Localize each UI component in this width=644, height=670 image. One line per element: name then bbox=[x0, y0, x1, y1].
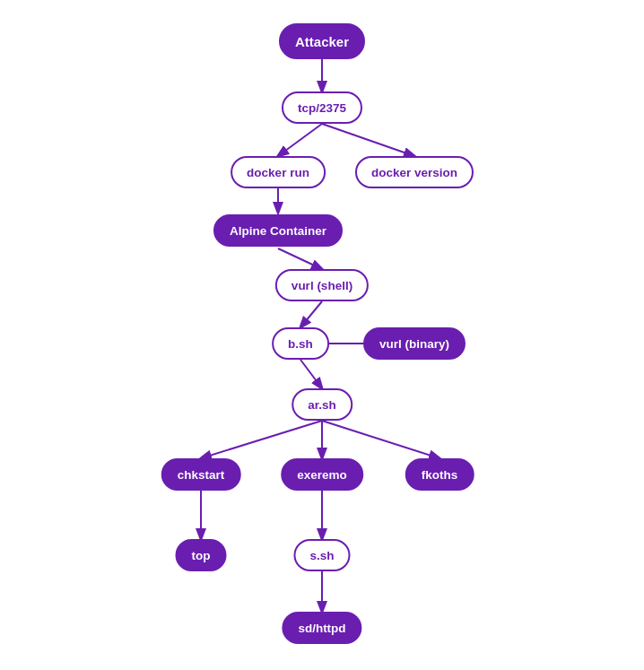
svg-line-1 bbox=[278, 124, 322, 156]
node-exeremo: exeremo bbox=[281, 458, 363, 491]
node-attacker: Attacker bbox=[279, 23, 365, 59]
node-top: top bbox=[176, 539, 227, 571]
node-vurl_binary: vurl (binary) bbox=[363, 327, 466, 360]
svg-line-10 bbox=[322, 421, 439, 458]
node-fkoths: fkoths bbox=[405, 458, 474, 491]
node-sdhttpd: sd/httpd bbox=[282, 612, 361, 644]
svg-line-2 bbox=[322, 124, 414, 156]
node-chkstart: chkstart bbox=[161, 458, 241, 491]
node-dockerrun: docker run bbox=[231, 156, 326, 188]
svg-line-4 bbox=[278, 248, 322, 269]
node-tcp2375: tcp/2375 bbox=[282, 91, 362, 124]
svg-line-5 bbox=[300, 301, 322, 327]
svg-line-7 bbox=[300, 360, 322, 388]
svg-line-8 bbox=[201, 421, 322, 458]
node-alpine: Alpine Container bbox=[213, 214, 343, 247]
diagram: Attackertcp/2375docker rundocker version… bbox=[0, 0, 644, 670]
node-bsh: b.sh bbox=[272, 327, 329, 360]
node-dockerversion: docker version bbox=[355, 156, 474, 188]
node-arsh: ar.sh bbox=[292, 388, 352, 421]
node-vurl_shell: vurl (shell) bbox=[275, 269, 369, 301]
node-ssh: s.sh bbox=[293, 539, 350, 571]
